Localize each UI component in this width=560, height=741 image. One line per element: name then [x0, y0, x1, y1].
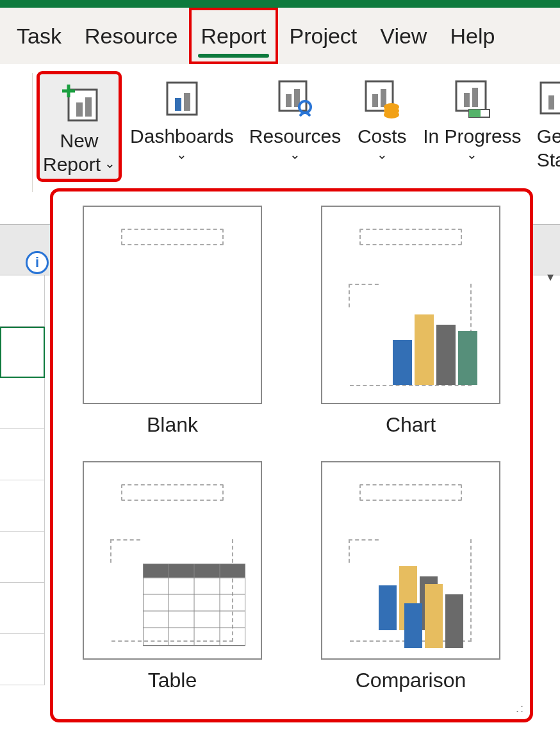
svg-rect-20	[472, 88, 478, 107]
getting-started-label-1: Ge	[537, 126, 560, 148]
title-bar-strip	[0, 0, 560, 8]
svg-rect-2	[85, 97, 92, 117]
ribbon-toolbar: New Report ⌄ Dashboards ⌄ Resour	[0, 64, 560, 192]
tab-view[interactable]: View	[368, 8, 438, 64]
comparison-thumb	[321, 461, 500, 660]
row-headers	[0, 275, 45, 685]
tab-help[interactable]: Help	[438, 8, 506, 64]
svg-rect-13	[372, 94, 378, 107]
tab-task[interactable]: Task	[5, 8, 73, 64]
info-icon[interactable]: i	[26, 251, 49, 274]
tab-label: Task	[17, 24, 62, 49]
chevron-down-icon: ⌄	[377, 147, 388, 162]
svg-rect-27	[436, 325, 456, 385]
svg-rect-19	[464, 93, 470, 107]
row-cell[interactable]	[0, 429, 45, 480]
svg-rect-18	[456, 81, 486, 111]
row-cell-selected[interactable]	[0, 327, 45, 378]
gallery-item-table[interactable]: Table	[69, 461, 276, 695]
tab-label: Report	[201, 24, 266, 49]
table-thumb	[83, 461, 262, 660]
chevron-down-icon: ⌄	[290, 147, 301, 162]
chart-thumb	[321, 206, 500, 404]
row-cell[interactable]	[0, 634, 45, 685]
gallery-label: Chart	[386, 413, 436, 437]
gallery-label: Comparison	[356, 669, 466, 692]
in-progress-button[interactable]: In Progress ⌄	[418, 73, 526, 162]
ribbon-tabs: Task Resource Report Project View Help	[0, 8, 560, 64]
in-progress-icon	[447, 73, 498, 124]
tab-label: View	[380, 24, 427, 49]
gallery-item-comparison[interactable]: Comparison	[307, 461, 515, 695]
tab-report[interactable]: Report	[189, 8, 277, 64]
resources-button[interactable]: Resources ⌄	[244, 73, 346, 162]
resources-label: Resources	[249, 126, 341, 148]
svg-rect-24	[548, 95, 554, 110]
getting-started-button[interactable]: Ge Star	[532, 73, 560, 171]
gallery-label: Table	[148, 669, 197, 692]
costs-icon	[356, 73, 408, 124]
row-cell[interactable]	[0, 480, 45, 532]
dashboards-icon	[156, 73, 208, 124]
svg-rect-25	[393, 340, 412, 385]
row-cell[interactable]	[0, 275, 45, 327]
row-cell[interactable]	[0, 583, 45, 634]
chevron-down-icon: ⌄	[466, 147, 477, 162]
svg-point-17	[384, 111, 399, 118]
svg-rect-42	[425, 584, 443, 648]
new-report-button[interactable]: New Report ⌄	[38, 73, 120, 180]
row-cell[interactable]	[0, 378, 45, 429]
svg-rect-9	[286, 94, 292, 107]
svg-rect-22	[469, 110, 481, 117]
svg-rect-26	[415, 314, 434, 385]
new-report-gallery: Blank Chart	[51, 190, 532, 721]
getting-started-label-2: Star	[537, 149, 560, 172]
svg-rect-1	[76, 102, 83, 117]
new-report-label-1: New	[60, 130, 99, 152]
gallery-item-chart[interactable]: Chart	[307, 206, 515, 439]
svg-rect-5	[167, 83, 197, 115]
tab-label: Project	[290, 24, 358, 49]
tab-label: Help	[450, 24, 495, 49]
gallery-label: Blank	[147, 413, 198, 437]
gallery-item-blank[interactable]: Blank	[69, 206, 276, 439]
in-progress-label: In Progress	[423, 126, 521, 148]
blank-thumb	[83, 206, 262, 404]
costs-label: Costs	[358, 126, 407, 148]
column-dropdown-icon[interactable]: ▾	[547, 269, 554, 284]
new-report-icon	[54, 77, 105, 129]
svg-rect-38	[379, 585, 397, 630]
svg-rect-41	[404, 603, 422, 648]
svg-rect-43	[445, 594, 463, 648]
chevron-down-icon: ⌄	[104, 156, 115, 171]
dashboards-button[interactable]: Dashboards ⌄	[125, 73, 239, 162]
resize-grip-icon[interactable]: .:	[516, 702, 525, 715]
row-cell[interactable]	[0, 532, 45, 583]
getting-started-icon	[537, 73, 560, 124]
resources-icon	[270, 73, 321, 124]
chevron-down-icon: ⌄	[176, 147, 187, 162]
svg-rect-28	[458, 331, 477, 385]
costs-button[interactable]: Costs ⌄	[351, 73, 413, 162]
tab-project[interactable]: Project	[278, 8, 369, 64]
tab-label: Resource	[85, 24, 178, 49]
dashboards-label: Dashboards	[130, 126, 234, 148]
new-report-label-2: Report	[43, 154, 101, 176]
tab-resource[interactable]: Resource	[73, 8, 190, 64]
svg-rect-6	[175, 98, 181, 111]
svg-rect-7	[184, 93, 190, 111]
svg-rect-8	[279, 81, 306, 111]
svg-rect-14	[381, 89, 386, 107]
